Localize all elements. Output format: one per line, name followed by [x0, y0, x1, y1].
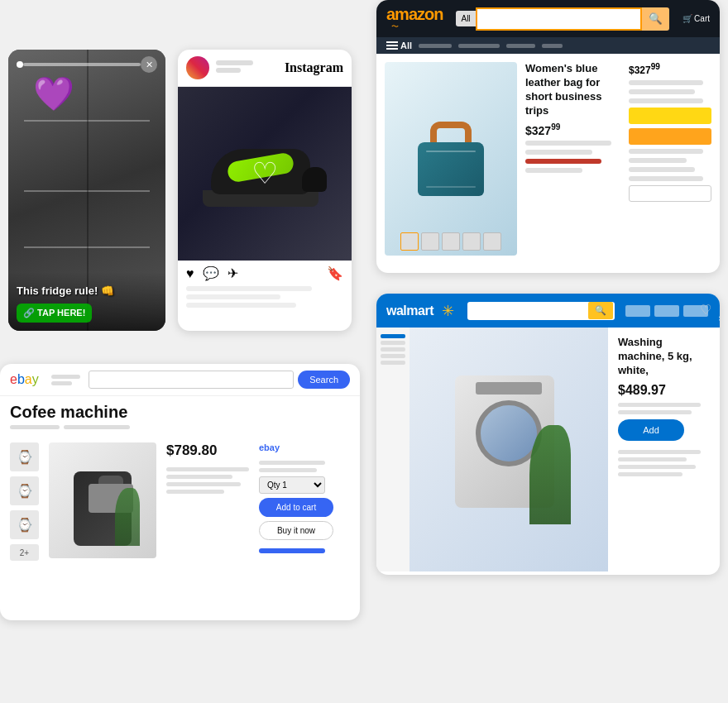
- amazon-add-cart-btn[interactable]: [629, 108, 711, 124]
- ebay-product-title: Cofee machine: [0, 396, 360, 425]
- ebay-thumbnails: ⌚ ⌚ ⌚ 2+: [10, 442, 39, 561]
- ig-like-icon[interactable]: ♥: [186, 266, 194, 281]
- walmart-strip-line-3: [381, 354, 405, 358]
- amazon-nav: All: [376, 37, 720, 54]
- walmart-search-button[interactable]: 🔍: [588, 302, 613, 319]
- ebay-card: e b a y Search Cofee machine ⌚ ⌚ ⌚ 2+: [0, 364, 360, 620]
- ebay-thumb-1[interactable]: ⌚: [10, 442, 39, 471]
- amazon-all-nav-button[interactable]: All: [386, 41, 412, 50]
- walmart-strip-line-1: [381, 341, 405, 345]
- instagram-card: Instagram ♡ ♥ 💬 ✈ 🔖: [178, 50, 352, 331]
- amazon-thumbnails: [400, 232, 501, 251]
- amazon-thumb-5[interactable]: [483, 232, 501, 251]
- amazon-panel-price: $32799: [629, 62, 711, 76]
- walmart-strip-active: [381, 334, 405, 338]
- amazon-cart-label: Cart: [694, 14, 710, 23]
- ig-heart-overlay: ♡: [251, 156, 278, 191]
- walmart-product-image: [410, 328, 608, 571]
- washing-machine-visual: [447, 375, 571, 524]
- ig-avatar: [186, 56, 209, 79]
- ig-header: Instagram: [178, 50, 352, 87]
- amazon-product-title: Women's blue leather bag for short busin…: [525, 62, 620, 118]
- ebay-right-panel: ebay Qty 1 Add to cart Buy it now: [259, 442, 342, 561]
- ig-caption: [178, 286, 352, 318]
- walmart-logo: walmart: [386, 304, 433, 318]
- fridge-image: ✕ 💜 This fridge rule! 👊 🔗 TAP HERE!: [8, 50, 165, 331]
- ebay-brand-label: ebay: [259, 442, 342, 452]
- amazon-product-info: Women's blue leather bag for short busin…: [525, 62, 620, 256]
- walmart-strip-line-4: [381, 361, 405, 365]
- amazon-logo: amazon 〜: [386, 5, 443, 32]
- amazon-price-main: $327: [525, 123, 551, 136]
- amazon-nav-line-1: [419, 44, 452, 48]
- ebay-header-lines: [51, 375, 80, 385]
- ebay-qty-select[interactable]: Qty 1: [259, 476, 325, 494]
- fridge-heart-icon: 💜: [33, 74, 74, 113]
- amazon-search-area: All 🔍: [456, 7, 669, 31]
- walmart-left-strip: [376, 328, 410, 571]
- walmart-price: $489.97: [618, 383, 710, 398]
- ebay-add-cart-button[interactable]: Add to cart: [259, 498, 333, 517]
- ebay-search-wrap: Search: [89, 371, 350, 389]
- walmart-card: walmart ✳ 🔍 🛒 0 $0.00: [376, 294, 720, 575]
- amazon-right-panel: $32799: [629, 62, 711, 256]
- ig-share-icon[interactable]: ✈: [228, 265, 238, 281]
- ig-bookmark-icon[interactable]: 🔖: [327, 265, 343, 281]
- ebay-thumb-more[interactable]: 2+: [10, 544, 39, 561]
- ebay-thumb-3[interactable]: ⌚: [10, 510, 39, 539]
- amazon-buy-now-btn[interactable]: [629, 128, 711, 145]
- ebay-thumb-2[interactable]: ⌚: [10, 476, 39, 505]
- ebay-price: $789.80: [166, 442, 249, 459]
- walmart-product-info: ♡ Washing machine, 5 kg, white, $489.97 …: [608, 328, 720, 571]
- ig-username-lines: [216, 60, 278, 75]
- walmart-cart[interactable]: 🛒 0 $0.00: [719, 299, 720, 323]
- coffee-machine-visual: [65, 455, 140, 546]
- ebay-price-section: $789.80: [166, 442, 249, 561]
- walmart-product-title: Washing machine, 5 kg, white,: [618, 336, 710, 378]
- amazon-price: $32799: [525, 122, 620, 137]
- amazon-thumb-3[interactable]: [442, 232, 460, 251]
- ebay-header: e b a y Search: [0, 364, 360, 396]
- ebay-search-button[interactable]: Search: [298, 371, 350, 389]
- amazon-thumb-1[interactable]: [400, 232, 419, 251]
- amazon-cart-icon: 🛒: [682, 14, 692, 23]
- amazon-all-button[interactable]: All: [456, 11, 475, 26]
- amazon-cart[interactable]: 🛒 Cart: [682, 14, 710, 23]
- amazon-search-button[interactable]: 🔍: [642, 7, 669, 31]
- ig-actions: ♥ 💬 ✈ 🔖: [178, 261, 352, 286]
- ig-comment-icon[interactable]: 💬: [203, 265, 219, 281]
- fridge-close-button[interactable]: ✕: [141, 56, 157, 73]
- amazon-thumb-4[interactable]: [462, 232, 481, 251]
- walmart-search-area: 🔍: [467, 302, 615, 320]
- ebay-product-image: [49, 442, 156, 558]
- amazon-nav-line-2: [458, 44, 500, 48]
- amazon-nav-line-4: [542, 44, 563, 48]
- walmart-spark-icon: ✳: [442, 302, 454, 320]
- ebay-buy-now-button[interactable]: Buy it now: [259, 521, 333, 540]
- amazon-nav-all-label: All: [400, 41, 412, 50]
- walmart-nav-line-2: [654, 305, 679, 317]
- amazon-content: Women's blue leather bag for short busin…: [376, 54, 720, 264]
- fridge-caption: This fridge rule! 👊: [17, 285, 157, 297]
- walmart-nav-line-1: [625, 305, 650, 317]
- walmart-strip-line-2: [381, 347, 405, 352]
- ig-logo: Instagram: [285, 60, 343, 74]
- walmart-header: walmart ✳ 🔍 🛒 0 $0.00: [376, 294, 720, 328]
- fridge-top-bar: ✕: [8, 56, 165, 73]
- ebay-logo: e b a y: [10, 372, 39, 387]
- ebay-subtitle: [0, 425, 360, 436]
- amazon-panel-input[interactable]: [629, 185, 711, 202]
- amazon-product-image: [385, 62, 517, 256]
- amazon-card: amazon 〜 All 🔍 🛒 Cart All: [376, 0, 720, 273]
- ig-image: ♡: [178, 87, 352, 261]
- ebay-search-input[interactable]: [89, 371, 294, 389]
- walmart-wishlist-icon[interactable]: ♡: [700, 302, 711, 318]
- amazon-nav-line-3: [506, 44, 535, 48]
- walmart-add-button[interactable]: Add: [618, 419, 684, 441]
- fridge-tap-button[interactable]: 🔗 TAP HERE!: [17, 304, 92, 323]
- amazon-search-input[interactable]: [476, 7, 643, 31]
- amazon-thumb-2[interactable]: [421, 232, 439, 251]
- walmart-cart-price: $0.00: [719, 314, 720, 323]
- bag-visual: [410, 122, 492, 196]
- fridge-overlay: This fridge rule! 👊 🔗 TAP HERE!: [8, 272, 165, 331]
